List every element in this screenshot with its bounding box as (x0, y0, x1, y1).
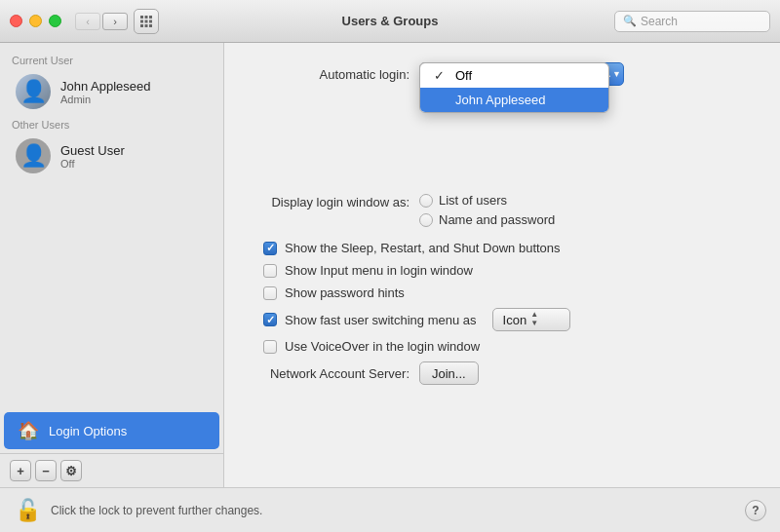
other-users-label: Other Users (0, 115, 223, 133)
popup-off-label: Off (455, 68, 472, 83)
popup-item-appleseed[interactable]: John Appleseed (420, 88, 608, 112)
radio-group: List of users Name and password (419, 193, 555, 227)
svg-rect-1 (145, 16, 148, 19)
radio-list-label: List of users (439, 193, 507, 208)
window-title: Users & Groups (342, 14, 439, 28)
radio-list-users[interactable]: List of users (419, 193, 555, 208)
check-sym-switching: ✓ (266, 315, 275, 325)
current-user-name: John Appleseed (60, 79, 151, 94)
display-login-row: Display login window as: List of users N… (254, 193, 751, 227)
checkbox-input-row[interactable]: Show Input menu in login window (263, 263, 751, 278)
radio-name-label: Name and password (439, 212, 555, 227)
guest-user-name: Guest User (60, 143, 125, 158)
checkboxes-section: ✓ Show the Sleep, Restart, and Shut Down… (263, 241, 751, 354)
checkbox-voiceover-label: Use VoiceOver in the login window (285, 339, 480, 354)
checkbox-switching[interactable]: ✓ (263, 313, 277, 326)
guest-user-avatar: 👤 (16, 138, 51, 173)
guest-avatar-icon: 👤 (20, 145, 47, 167)
maximize-button[interactable] (49, 15, 61, 27)
close-button[interactable] (10, 15, 22, 27)
display-login-label: Display login window as: (254, 193, 410, 209)
svg-rect-2 (149, 16, 152, 19)
svg-rect-4 (145, 19, 148, 22)
checkbox-voiceover-row[interactable]: Use VoiceOver in the login window (263, 339, 751, 354)
popup-appleseed-label: John Appleseed (455, 93, 546, 107)
guest-user-info: Guest User Off (60, 143, 125, 170)
checkbox-hints[interactable] (263, 286, 277, 300)
sidebar-buttons: + − ⚙ (0, 453, 223, 487)
remove-user-button[interactable]: − (35, 460, 57, 481)
checkbox-input[interactable] (263, 264, 277, 278)
grid-button[interactable] (134, 9, 159, 34)
bottom-bar: 🔓 Click the lock to prevent further chan… (0, 487, 780, 532)
main-content: Current User 👤 John Appleseed Admin Othe… (0, 43, 780, 487)
auto-login-label: Automatic login: (254, 67, 410, 82)
radio-name-icon (419, 213, 433, 227)
current-user-avatar: 👤 (16, 74, 51, 109)
current-user-item[interactable]: 👤 John Appleseed Admin (4, 69, 219, 114)
forward-button[interactable]: › (102, 13, 128, 30)
svg-rect-5 (149, 19, 152, 22)
auto-login-popup: ✓ Off John Appleseed (419, 62, 609, 113)
checkbox-switching-label: Show fast user switching menu as (285, 313, 477, 327)
network-row: Network Account Server: Join... (254, 361, 751, 385)
checkbox-sleep[interactable]: ✓ (263, 242, 277, 255)
svg-rect-3 (140, 19, 143, 22)
titlebar: ‹ › Users & Groups 🔍 Search (0, 0, 780, 43)
svg-rect-8 (149, 24, 152, 27)
lock-icon-wrap[interactable]: 🔓 (14, 497, 41, 524)
checkbox-hints-row[interactable]: Show password hints (263, 285, 751, 300)
stepper-down-icon: ▼ (530, 320, 538, 328)
settings-button[interactable]: ⚙ (60, 460, 82, 481)
search-icon: 🔍 (623, 15, 637, 27)
off-checkmark: ✓ (434, 68, 449, 83)
search-bar[interactable]: 🔍 Search (614, 11, 770, 32)
radio-list-icon (419, 194, 433, 208)
right-panel: Automatic login: Off ▼ ✓ Off John Apples… (224, 43, 780, 487)
auto-login-row: Automatic login: Off ▼ ✓ Off John Apples… (254, 62, 751, 86)
sidebar: Current User 👤 John Appleseed Admin Othe… (0, 43, 224, 487)
checkbox-sleep-row[interactable]: ✓ Show the Sleep, Restart, and Shut Down… (263, 241, 751, 255)
current-user-info: John Appleseed Admin (60, 79, 151, 105)
checkbox-switching-row[interactable]: ✓ Show fast user switching menu as Icon … (263, 308, 751, 331)
back-button[interactable]: ‹ (75, 13, 100, 30)
join-button[interactable]: Join... (419, 361, 479, 385)
traffic-lights (10, 15, 61, 27)
check-sym-sleep: ✓ (266, 243, 275, 253)
login-options-label: Login Options (49, 424, 127, 438)
stepper-arrows: ▲ ▼ (530, 311, 538, 328)
guest-user-item[interactable]: 👤 Guest User Off (4, 133, 219, 178)
svg-rect-7 (145, 24, 148, 27)
login-options-icon: 🏠 (18, 420, 39, 441)
current-user-role: Admin (60, 94, 151, 105)
popup-item-off[interactable]: ✓ Off (420, 63, 608, 88)
current-user-label: Current User (0, 51, 223, 68)
avatar-icon: 👤 (20, 81, 47, 102)
checkbox-hints-label: Show password hints (285, 285, 405, 300)
checkbox-voiceover[interactable] (263, 340, 277, 354)
lock-icon: 🔓 (15, 498, 41, 523)
checkbox-input-label: Show Input menu in login window (285, 263, 473, 278)
network-label: Network Account Server: (254, 366, 410, 381)
minimize-button[interactable] (29, 15, 42, 27)
auto-login-dropdown-container: Off ▼ ✓ Off John Appleseed (419, 62, 595, 86)
guest-user-role: Off (60, 158, 125, 170)
checkbox-sleep-label: Show the Sleep, Restart, and Shut Down b… (285, 241, 561, 255)
add-user-button[interactable]: + (10, 460, 31, 481)
bottom-status-text: Click the lock to prevent further change… (51, 504, 735, 517)
nav-arrows: ‹ › (75, 13, 128, 30)
login-options-item[interactable]: 🏠 Login Options (4, 412, 219, 449)
search-input[interactable]: Search (641, 15, 678, 28)
icon-dropdown[interactable]: Icon ▲ ▼ (492, 308, 570, 331)
svg-rect-0 (140, 16, 143, 19)
help-button[interactable]: ? (745, 500, 766, 521)
icon-dropdown-value: Icon (503, 313, 527, 327)
svg-rect-6 (140, 24, 143, 27)
radio-name-password[interactable]: Name and password (419, 212, 555, 227)
